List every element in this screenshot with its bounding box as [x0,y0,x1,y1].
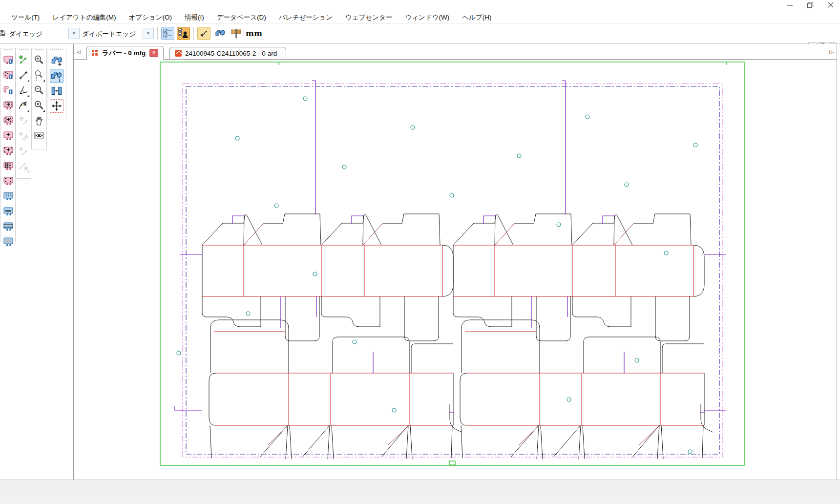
toolbox-column-layout-tools: i [47,48,66,120]
layout-piece-info-button[interactable]: i [50,69,63,83]
menu-item-6[interactable]: ウェブセンター [339,12,399,23]
menu-item-2[interactable]: オプション(O) [123,12,179,23]
toolbar-separator [157,27,158,40]
tab-scroll-left-icon[interactable]: ◁ [77,49,81,55]
measure-distance-button[interactable] [17,69,30,83]
measure-angle-button[interactable] [17,84,30,98]
toolbar-separator [193,27,194,40]
tab-scroll-right-icon[interactable]: ▷ [830,49,834,55]
rubber-add-corners-button[interactable] [1,145,15,158]
move-copy-button[interactable] [17,129,30,143]
application-window: ツール(T)レイアウトの編集(M)オプション(O)情報(I)データベース(D)パ… [0,0,840,504]
document-frame: ◁ ▷ ラバー - 0 mfg×24100945-C24110065-2 - 0… [73,44,837,480]
rubber-add-dashed-button[interactable] [1,99,15,113]
clipped-palette-label: 型 [0,29,5,38]
mfg-grid-icon [92,50,99,57]
move-ticks-button[interactable] [17,145,30,158]
drawing-canvas[interactable] [74,60,837,478]
rubber-grid-button[interactable] [1,160,15,173]
rubber-add-dots-button[interactable] [1,114,15,128]
counter-plate-vlines-button[interactable] [1,190,15,204]
piece-spacing-button[interactable] [50,84,63,98]
rubber-add-solid-button[interactable] [1,129,15,143]
toolbox-column-view-tools [31,48,47,149]
measure-distance-live-button[interactable] [17,54,30,67]
toolbar: 型 ダイエッジ ▼ ダイボードエッジ ▼ mm [0,24,840,44]
layout-map-button[interactable] [214,27,227,40]
menu-item-8[interactable]: ヘルプ(H) [456,12,498,23]
counter-plate-hlines-button[interactable] [1,220,15,234]
tab-label: ラバー - 0 mfg [102,49,146,58]
counter-plate-holes-button[interactable] [1,205,15,219]
zoom-extents-button[interactable] [32,99,46,113]
ard-doc-icon [175,50,182,57]
checklist-button[interactable] [161,27,174,40]
measure-radius-button[interactable]: R [17,99,30,113]
window-minimize-button[interactable] [782,1,797,10]
rubber-auto-outline-button[interactable] [1,54,15,67]
move-item-button[interactable] [17,114,30,128]
flyout-indicator-icon [27,170,29,172]
reverse-direction-button[interactable] [197,27,210,40]
tab-close-icon[interactable]: × [149,49,158,57]
document-tab-1[interactable]: 24100945-C24110065-2 - 0 ard [169,47,286,59]
scroll-strip[interactable] [0,480,840,495]
add-layout-piece-button[interactable] [50,54,63,67]
rubber-auto-fill-button[interactable] [1,69,15,83]
die-layout-drawing [74,60,837,478]
menu-item-1[interactable]: レイアウトの編集(M) [46,12,122,23]
menu-item-4[interactable]: データベース(D) [210,12,273,23]
document-tab-0[interactable]: ラバー - 0 mfg× [86,46,164,60]
document-tab-bar: ◁ ▷ ラバー - 0 mfg×24100945-C24110065-2 - 0… [74,46,837,60]
title-bar [0,0,840,12]
toolbox-column-measure-tools: R [16,48,31,179]
flyout-indicator-icon [27,110,29,112]
board-edge-dropdown-value[interactable]: ダイボードエッジ [82,30,136,39]
menu-item-3[interactable]: 情報(I) [178,12,210,23]
menu-item-5[interactable]: パレチゼーション [273,12,339,23]
toolbox-column-rubber-tools [0,48,16,242]
preview-eye-button[interactable] [32,129,46,143]
svg-text:R: R [23,102,27,107]
rubber-auto-edge-button[interactable] [1,84,15,98]
pan-hand-button[interactable] [32,114,46,128]
flyout-indicator-icon [27,80,29,82]
zoom-center-button[interactable] [32,69,46,83]
pin-board-button[interactable] [230,27,243,40]
checklist-user-button[interactable] [177,27,190,40]
unit-label: mm [246,29,262,38]
menu-item-0[interactable]: ツール(T) [5,12,46,23]
rubber-corner-dots-button[interactable] [1,175,15,189]
board-edge-combobox-chevron-icon[interactable]: ▼ [143,28,154,39]
menu-item-7[interactable]: ウィンドウ(W) [399,12,456,23]
move-layout-button[interactable] [50,99,63,113]
move-auto-button[interactable] [17,160,30,173]
menu-bar: ツール(T)レイアウトの編集(M)オプション(O)情報(I)データベース(D)パ… [0,12,840,23]
tab-label: 24100945-C24110065-2 - 0 ard [185,50,277,57]
flyout-indicator-icon [27,95,29,97]
counter-plate-solid-button[interactable] [1,235,15,249]
flyout-indicator-icon [43,80,45,82]
status-bar [0,495,840,504]
current-tool-label: ダイエッジ [9,30,42,39]
left-toolbox: Ri [0,44,73,480]
tool-combobox-chevron-icon[interactable]: ▼ [68,28,80,39]
zoom-in-button[interactable] [32,54,46,67]
flyout-indicator-icon [43,110,45,112]
window-close-button[interactable] [823,1,838,10]
zoom-out-button[interactable] [32,84,46,98]
window-restore-button[interactable] [803,1,818,10]
